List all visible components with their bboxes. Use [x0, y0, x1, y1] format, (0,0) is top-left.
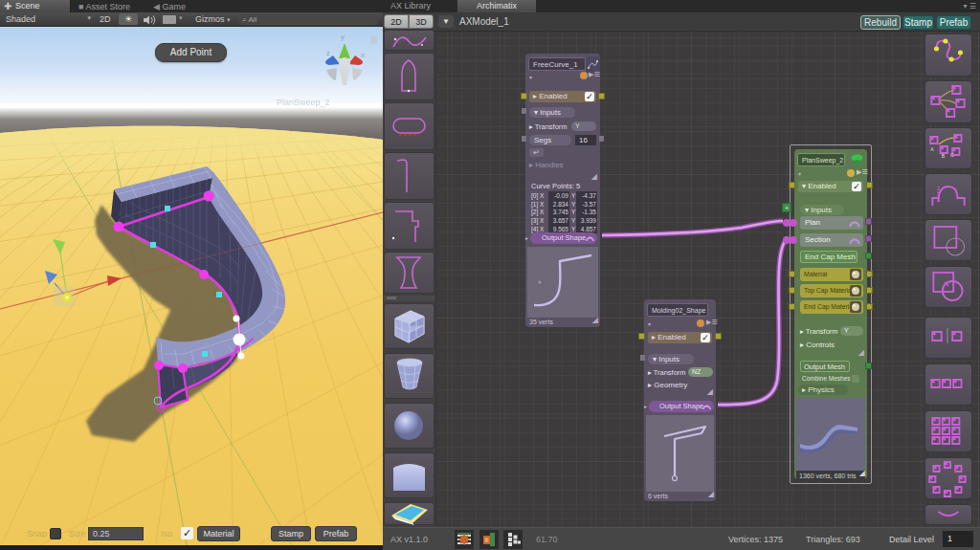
svg-text:x: x — [361, 51, 365, 59]
svg-text:z: z — [326, 49, 330, 57]
svg-text:C: C — [950, 152, 954, 158]
svg-text:PlanSweep_2: PlanSweep_2 — [277, 98, 330, 107]
svg-text:B: B — [942, 153, 946, 159]
svg-text:A: A — [930, 146, 934, 152]
svg-text:y: y — [341, 33, 345, 41]
